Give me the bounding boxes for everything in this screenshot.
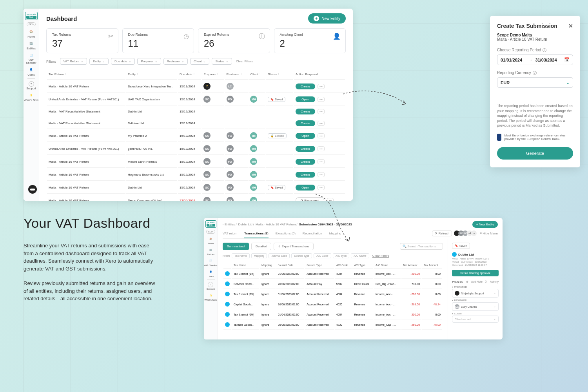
filter-preparer[interactable]: Preparer bbox=[137, 58, 161, 65]
view-detailed[interactable]: Detailed bbox=[251, 243, 271, 250]
row-more-button[interactable]: ••• bbox=[318, 109, 324, 114]
stat-expired-returns[interactable]: Expired Returns 26 ⓘ bbox=[198, 28, 270, 53]
filter-reviewer[interactable]: Reviewer bbox=[163, 58, 188, 65]
row-more-button[interactable]: ••• bbox=[318, 84, 324, 89]
row-more-button[interactable]: ••• bbox=[318, 159, 324, 164]
table-row[interactable]: United Arab Emirates - VAT Return (Form … bbox=[47, 93, 345, 105]
help-icon[interactable]: ? bbox=[533, 71, 537, 75]
stat-due-returns[interactable]: Due Returns 11 ◷ bbox=[122, 28, 194, 53]
filter-ac-name[interactable]: A/C Name bbox=[351, 253, 369, 258]
col-status[interactable]: Status bbox=[266, 71, 293, 80]
filter-client[interactable]: Client bbox=[190, 58, 209, 65]
row-action-button[interactable]: Create bbox=[296, 120, 315, 126]
filter-status[interactable]: Status bbox=[212, 58, 232, 65]
row-action-button[interactable]: Open bbox=[296, 133, 315, 139]
table-row[interactable]: Tax Exempt [0%] Ignore 01/06/2023 02:00 … bbox=[223, 290, 442, 299]
table-row[interactable]: Malta - VAT Recapitulative Statement Dub… bbox=[47, 106, 345, 117]
table-row[interactable]: Malta - VAT Recapitulative Statement Tat… bbox=[47, 118, 345, 129]
clear-filters-link[interactable]: Clear Filters bbox=[236, 60, 253, 63]
close-icon[interactable]: ✕ bbox=[568, 23, 573, 29]
set-awaiting-button[interactable]: Set as awaiting approval bbox=[452, 270, 499, 276]
filter-journal-date[interactable]: Journal Date bbox=[269, 253, 290, 258]
row-more-button[interactable]: ••• bbox=[318, 133, 324, 138]
filter-ac-type[interactable]: A/C Type bbox=[333, 253, 350, 258]
currency-select[interactable]: EUR ⌄ bbox=[497, 77, 573, 88]
table-row[interactable]: Tax Exempt [0%] Ignore 01/04/2023 02:00 … bbox=[223, 310, 442, 319]
col-reviewer[interactable]: Reviewer bbox=[225, 71, 248, 80]
row-action-button[interactable]: Open bbox=[296, 185, 315, 191]
filter-ac-code[interactable]: A/C Code bbox=[314, 253, 331, 258]
nav-users[interactable]: 👤Users bbox=[208, 269, 214, 278]
col-client[interactable]: Client bbox=[249, 71, 265, 80]
col-due-date[interactable]: Due date bbox=[178, 71, 201, 80]
row-action-button[interactable]: Create bbox=[296, 109, 315, 114]
filter-source-type[interactable]: Source Type bbox=[291, 253, 312, 258]
col-entity[interactable]: Entity bbox=[126, 71, 177, 80]
row-action-button[interactable]: Create bbox=[296, 172, 315, 178]
export-button[interactable]: ⇩ Export Transactions bbox=[274, 243, 314, 250]
refresh-button[interactable]: ⟳ Refresh bbox=[432, 230, 452, 236]
col-ac-type[interactable]: A/C Type bbox=[352, 262, 373, 269]
nav-home[interactable]: 🏠Home bbox=[207, 236, 214, 245]
col-ac-code[interactable]: A/C Code bbox=[335, 262, 352, 269]
table-row[interactable]: Services Recei... Ignore 26/06/2023 02:0… bbox=[223, 279, 442, 289]
table-row[interactable]: Malta - Article 10 VAT Return Salesforce… bbox=[47, 80, 345, 93]
col-tax-return[interactable]: Tax Return bbox=[47, 71, 125, 80]
preparer-select[interactable]: Ninjadigits Support⌄ bbox=[452, 289, 499, 298]
calendar-icon[interactable]: 📅 bbox=[564, 57, 570, 62]
table-row[interactable]: Malta - Article 10 VAT Return Demo Compa… bbox=[47, 194, 345, 201]
nav-entities[interactable]: 🏢Entities bbox=[207, 247, 215, 256]
row-action-button[interactable]: Create bbox=[296, 83, 315, 89]
table-row[interactable]: Tax Exempt [0%] Ignore 01/05/2023 02:00 … bbox=[223, 269, 442, 279]
nav-home[interactable]: 🏠Home bbox=[27, 29, 35, 38]
col-journal-date[interactable]: Journal Date bbox=[276, 262, 304, 269]
row-action-button[interactable]: ⟳ Reconnect bbox=[296, 197, 324, 201]
col-preparer[interactable]: Preparer bbox=[202, 71, 224, 80]
hide-menu-button[interactable]: ≡ Hide Menu bbox=[480, 232, 498, 235]
stat-tax-returns[interactable]: Tax Returns 37 ✂ bbox=[46, 28, 118, 53]
new-entity-button[interactable]: + New Entity bbox=[472, 221, 498, 228]
table-row[interactable]: Taxable Goods... Ignore 26/06/2023 02:00… bbox=[223, 320, 442, 330]
nav-support[interactable]: ?Support bbox=[207, 282, 215, 290]
breadcrumb[interactable]: ‹ Entities/ Dublin Ltd/ Malta - Article … bbox=[223, 223, 352, 226]
col-tax-name[interactable]: Tax Name bbox=[232, 262, 259, 269]
col-mapping[interactable]: Mapping bbox=[260, 262, 276, 269]
col-ac-name[interactable]: A/C Name bbox=[374, 262, 401, 269]
stat-awaiting-client[interactable]: Awaiting Client 2 👤 bbox=[274, 28, 346, 53]
row-action-button[interactable]: Create bbox=[296, 146, 315, 152]
view-summarised[interactable]: Summarised bbox=[223, 243, 249, 250]
row-more-button[interactable]: ••• bbox=[318, 172, 324, 177]
table-row[interactable]: United Arab Emirates - VAT Return (Form … bbox=[47, 143, 345, 155]
tab-vat-return[interactable]: VAT return bbox=[223, 232, 237, 238]
period-picker[interactable]: 01/01/2024 → 31/03/2024 📅 bbox=[497, 54, 573, 65]
search-input[interactable]: 🔍 Search Transactions bbox=[400, 243, 443, 250]
row-action-button[interactable]: Open bbox=[296, 96, 315, 102]
filter-mapping[interactable]: Mapping bbox=[251, 253, 267, 258]
add-note-link[interactable]: ⊕ Add Note bbox=[466, 280, 483, 283]
generate-button[interactable]: Generate bbox=[497, 147, 573, 160]
col-source-type[interactable]: Source Type bbox=[305, 262, 334, 269]
nav-whats-new[interactable]: ✨What's New bbox=[24, 92, 38, 102]
table-row[interactable]: Malta - Article 10 VAT Return Hogwarts B… bbox=[47, 169, 345, 181]
table-row[interactable]: Capital Goods... Ignore 26/06/2023 02:00… bbox=[223, 300, 442, 309]
col-tax-amount[interactable]: Tax Amount bbox=[422, 262, 442, 269]
row-action-button[interactable]: Create bbox=[296, 159, 315, 165]
row-more-button[interactable]: ••• bbox=[318, 97, 324, 102]
table-row[interactable]: Malta - Article 10 VAT Return My Practic… bbox=[47, 130, 345, 142]
row-more-button[interactable]: ••• bbox=[318, 146, 324, 151]
nav-vat-checker[interactable]: 📄VAT Checker bbox=[24, 52, 39, 64]
table-row[interactable]: Malta - Article 10 VAT Return Dublin Ltd… bbox=[47, 181, 345, 194]
nav-vat-checker[interactable]: 📄VAT Checker bbox=[204, 258, 218, 267]
tab-transactions[interactable]: Transactions (6) bbox=[244, 232, 268, 238]
filter-due-date[interactable]: Due date bbox=[111, 58, 135, 65]
row-more-button[interactable]: ••• bbox=[318, 121, 324, 126]
user-avatars[interactable]: SC LC +2 + bbox=[455, 230, 477, 236]
nav-whats-new[interactable]: ✨What's New bbox=[205, 292, 217, 301]
row-more-button[interactable]: ••• bbox=[327, 198, 334, 201]
new-entity-button[interactable]: + New Entity bbox=[308, 13, 346, 24]
table-row[interactable]: Malta - Article 10 VAT Return Middle Ear… bbox=[47, 156, 345, 168]
tab-mapping[interactable]: Mapping bbox=[329, 232, 341, 238]
activity-link[interactable]: ⏱ Activity bbox=[485, 280, 499, 283]
tab-reconciliation[interactable]: Reconciliation bbox=[303, 232, 322, 238]
nav-support[interactable]: ?Support bbox=[26, 81, 36, 90]
